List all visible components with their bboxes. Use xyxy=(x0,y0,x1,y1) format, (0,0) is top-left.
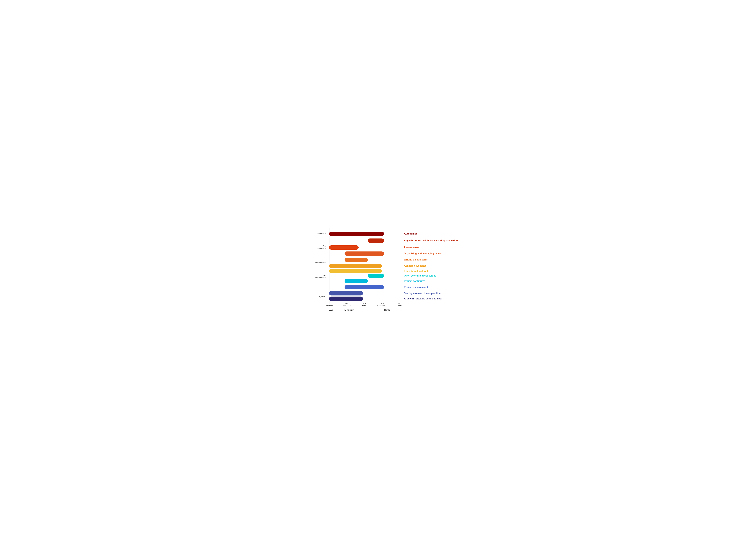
y-tick: PreAdvanced xyxy=(317,245,326,250)
bar-label: Open scientific discussions xyxy=(404,274,436,277)
bar xyxy=(345,279,368,283)
bar-label: Project management xyxy=(404,286,428,289)
bar xyxy=(329,269,382,273)
degree-label: Low xyxy=(328,309,333,312)
bar xyxy=(345,285,384,290)
x-tick-label: EEBCommunity xyxy=(377,302,387,307)
y-tick: LowIntermediate xyxy=(315,274,326,279)
y-tick: Beginner xyxy=(318,295,326,298)
x-tick-mark xyxy=(329,303,329,304)
y-tick: Intermediate xyxy=(315,261,326,264)
bar-label: Organizing and managing teams xyxy=(404,252,442,255)
bar xyxy=(345,251,384,256)
bar xyxy=(329,264,382,268)
bar xyxy=(368,273,384,278)
bar xyxy=(329,231,384,236)
bar xyxy=(329,291,363,296)
bar xyxy=(329,245,359,249)
bar-label: Writing a manuscript xyxy=(404,258,428,261)
chart-area: AdvancedPreAdvancedIntermediateLowInterm… xyxy=(329,228,399,313)
bar-label: Peer-reviews xyxy=(404,246,419,249)
bar-label: Educational materials xyxy=(404,270,429,272)
bar-label: Storing a research compendium xyxy=(404,292,441,295)
x-tick-label: Personal xyxy=(325,305,333,307)
bar-label: Asynchronous collaborative coding and wr… xyxy=(404,239,459,242)
degree-label: High xyxy=(384,309,390,312)
x-tick-label: LabMembers xyxy=(343,302,351,307)
x-tick-label: OtherLabs xyxy=(362,302,367,307)
degree-label: Medium xyxy=(344,309,354,312)
chart-container: AdvancedPreAdvancedIntermediateLowInterm… xyxy=(309,224,447,326)
bar xyxy=(345,257,368,262)
y-tick: Advanced xyxy=(317,232,326,235)
labels-area: AutomationAsynchronous collaborative cod… xyxy=(404,228,459,313)
bar-label: Project continuity xyxy=(404,280,425,283)
bar-label: Automation xyxy=(404,232,418,235)
bar xyxy=(329,297,363,301)
bar-label: Academic websites xyxy=(404,264,427,267)
bar xyxy=(368,238,384,243)
bar-label: Archiving citeable code and data xyxy=(404,297,442,300)
x-tick-label: AllUsers xyxy=(397,302,402,307)
